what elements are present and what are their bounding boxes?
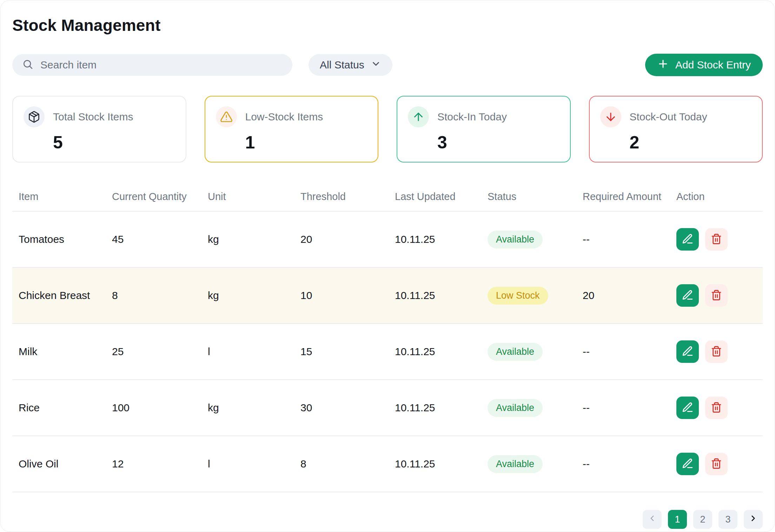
pagination-page-3[interactable]: 3: [718, 510, 737, 529]
chevron-right-icon: [749, 514, 758, 525]
trash-icon: [711, 233, 722, 246]
pagination-next-button[interactable]: [744, 510, 763, 529]
status-badge: Available: [488, 231, 543, 248]
status-filter-dropdown[interactable]: All Status: [309, 54, 392, 76]
alert-triangle-icon: [216, 106, 237, 127]
col-quantity: Current Quantity: [106, 191, 201, 202]
plus-icon: [657, 58, 669, 72]
delete-button[interactable]: [705, 453, 728, 475]
cell-unit: kg: [201, 233, 294, 245]
edit-icon: [682, 233, 694, 246]
edit-button[interactable]: [676, 228, 699, 251]
stat-cards: Total Stock Items 5 Low-Stock Items 1 St…: [12, 96, 763, 162]
chevron-down-icon: [371, 59, 381, 72]
stat-value: 2: [630, 132, 752, 153]
status-badge: Low Stock: [488, 287, 548, 305]
cell-unit: kg: [201, 290, 294, 301]
cell-required: --: [576, 402, 670, 414]
edit-button[interactable]: [676, 453, 699, 475]
table-row: Milk 25 l 15 10.11.25 Available --: [12, 324, 763, 380]
table-row: Olive Oil 12 l 8 10.11.25 Available --: [12, 436, 763, 492]
cell-item: Milk: [12, 346, 106, 358]
stat-value: 5: [53, 132, 175, 153]
status-filter-value: All Status: [320, 59, 364, 71]
cell-threshold: 20: [294, 233, 389, 245]
cell-unit: kg: [201, 402, 294, 414]
col-updated: Last Updated: [389, 191, 481, 202]
add-stock-entry-label: Add Stock Entry: [675, 59, 751, 71]
trash-icon: [711, 290, 722, 302]
cell-updated: 10.11.25: [389, 402, 481, 414]
cell-threshold: 8: [294, 458, 389, 470]
stat-label: Stock-Out Today: [630, 111, 707, 123]
cell-required: --: [576, 458, 670, 470]
cell-quantity: 45: [106, 233, 201, 245]
delete-button[interactable]: [705, 284, 728, 307]
edit-button[interactable]: [676, 340, 699, 363]
edit-icon: [682, 458, 694, 471]
stat-card-stock-in: Stock-In Today 3: [397, 96, 571, 162]
table-header: Item Current Quantity Unit Threshold Las…: [12, 182, 763, 212]
stat-label: Total Stock Items: [53, 111, 133, 123]
pagination: 1 2 3: [12, 510, 763, 529]
col-unit: Unit: [201, 191, 294, 202]
status-badge: Available: [488, 399, 543, 417]
search-input[interactable]: [40, 59, 283, 71]
cell-required: 20: [576, 290, 670, 301]
cell-updated: 10.11.25: [389, 290, 481, 301]
add-stock-entry-button[interactable]: Add Stock Entry: [645, 54, 763, 76]
cell-threshold: 10: [294, 290, 389, 301]
col-item: Item: [12, 191, 106, 202]
cell-quantity: 100: [106, 402, 201, 414]
cell-updated: 10.11.25: [389, 233, 481, 245]
pagination-prev-button[interactable]: [643, 510, 662, 529]
delete-button[interactable]: [705, 340, 728, 363]
cell-required: --: [576, 233, 670, 245]
cell-unit: l: [201, 458, 294, 470]
status-badge: Available: [488, 455, 543, 473]
cell-quantity: 25: [106, 346, 201, 358]
cell-updated: 10.11.25: [389, 346, 481, 358]
cell-required: --: [576, 346, 670, 358]
cell-item: Chicken Breast: [12, 290, 106, 301]
pagination-page-2[interactable]: 2: [693, 510, 712, 529]
table-row: Chicken Breast 8 kg 10 10.11.25 Low Stoc…: [12, 268, 763, 324]
search-icon: [22, 59, 33, 71]
trash-icon: [711, 402, 722, 414]
col-required: Required Amount: [576, 191, 670, 202]
trash-icon: [711, 346, 722, 358]
stat-value: 3: [437, 132, 559, 153]
cell-quantity: 8: [106, 290, 201, 301]
edit-icon: [682, 289, 694, 302]
cell-updated: 10.11.25: [389, 458, 481, 470]
stat-label: Stock-In Today: [437, 111, 507, 123]
search-box[interactable]: [12, 54, 292, 76]
stat-card-stock-out: Stock-Out Today 2: [589, 96, 763, 162]
table-row: Tomatoes 45 kg 20 10.11.25 Available --: [12, 212, 763, 268]
trash-icon: [711, 458, 722, 470]
table-row: Rice 100 kg 30 10.11.25 Available --: [12, 380, 763, 436]
cell-unit: l: [201, 346, 294, 358]
arrow-up-icon: [408, 106, 429, 127]
edit-button[interactable]: [676, 397, 699, 419]
page-title: Stock Management: [12, 16, 763, 35]
stock-management-page: Stock Management All Status Add Stock En…: [0, 0, 775, 532]
edit-icon: [682, 345, 694, 358]
cell-threshold: 15: [294, 346, 389, 358]
edit-button[interactable]: [676, 284, 699, 307]
status-badge: Available: [488, 343, 543, 361]
delete-button[interactable]: [705, 228, 728, 251]
cell-quantity: 12: [106, 458, 201, 470]
cell-threshold: 30: [294, 402, 389, 414]
col-threshold: Threshold: [294, 191, 389, 202]
col-status: Status: [481, 191, 576, 202]
delete-button[interactable]: [705, 397, 728, 419]
stat-card-low-stock: Low-Stock Items 1: [205, 96, 379, 162]
cell-item: Olive Oil: [12, 458, 106, 470]
pagination-page-1[interactable]: 1: [668, 510, 687, 529]
edit-icon: [682, 401, 694, 414]
col-action: Action: [670, 191, 763, 202]
cell-item: Rice: [12, 402, 106, 414]
chevron-left-icon: [648, 514, 657, 525]
stat-value: 1: [245, 132, 367, 153]
